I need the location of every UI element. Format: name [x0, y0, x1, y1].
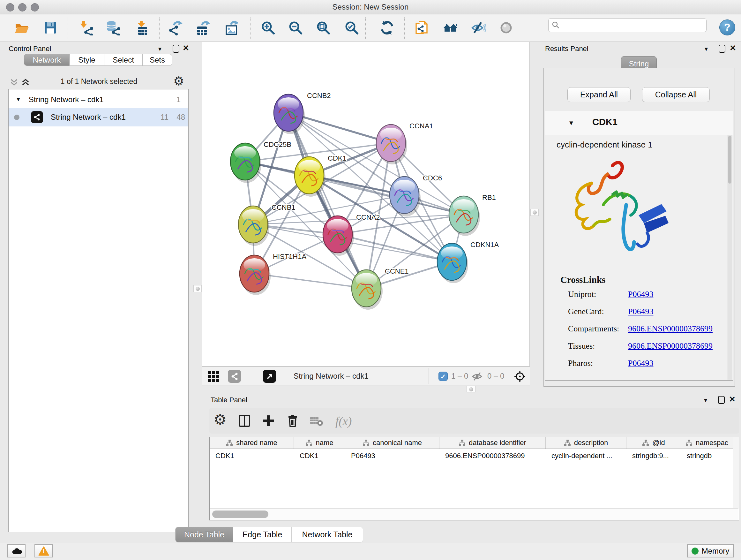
network-collection-row[interactable]: ▼ String Network – cdk1 1	[9, 91, 188, 108]
fit-content-crosshair-icon[interactable]	[514, 370, 526, 384]
sitemap-icon	[362, 439, 369, 446]
results-panel-title: Results Panel	[545, 45, 589, 53]
crosslink-link[interactable]: 9606.ENSP00000378699	[628, 324, 713, 334]
search-input[interactable]	[562, 19, 704, 31]
results-scrollbar-thumb[interactable]	[728, 136, 731, 184]
window-title: Session: New Session	[0, 0, 741, 14]
show-all-icon[interactable]	[498, 20, 514, 36]
expand-all-button[interactable]: Expand All	[567, 87, 630, 102]
birds-eye-grid-icon[interactable]	[208, 371, 219, 382]
help-icon[interactable]: ?	[719, 19, 735, 36]
hidden-items-eye-slash-icon	[471, 371, 483, 383]
table-vertical-scrollbar[interactable]	[733, 437, 739, 508]
control-panel-menu-icon[interactable]: ▾	[158, 45, 161, 53]
export-image-icon[interactable]	[224, 20, 239, 36]
table-scrollbar-thumb[interactable]	[212, 510, 268, 518]
zoom-fit-icon[interactable]	[316, 20, 331, 36]
network-overview-share-icon[interactable]	[228, 370, 241, 383]
results-scrollbar[interactable]	[728, 135, 732, 380]
control-panel-close-icon[interactable]: ✕	[183, 44, 189, 53]
column-header-description[interactable]: description	[546, 437, 626, 449]
collapse-entry-icon[interactable]: ▼	[568, 119, 575, 127]
toolbar-separator	[159, 17, 159, 39]
show-columns-icon[interactable]	[238, 414, 252, 429]
network-canvas[interactable]: CCNB2CCNA1CDC25BCDK1CDC6RB1CCNB1CCNA2CDK…	[202, 42, 530, 367]
crosslink-link[interactable]: P06493	[628, 307, 653, 316]
tab-network[interactable]: Network	[24, 54, 70, 66]
results-panel-close-icon[interactable]: ✕	[730, 44, 736, 53]
tree-expand-icon[interactable]: ▼	[16, 97, 21, 103]
crosslink-link[interactable]: 9606.ENSP00000378699	[628, 341, 713, 351]
crosslink-link[interactable]: P06493	[628, 290, 653, 299]
results-panel-menu-icon[interactable]: ▾	[704, 45, 708, 53]
memory-label: Memory	[702, 547, 730, 556]
table-cell: P06493	[345, 449, 440, 462]
control-panel-float-icon[interactable]	[173, 45, 179, 53]
import-network-database-icon[interactable]	[106, 20, 121, 36]
zoom-out-icon[interactable]	[288, 20, 303, 36]
table-panel-close-icon[interactable]: ✕	[729, 395, 736, 404]
save-session-icon[interactable]	[43, 20, 58, 36]
export-table-icon[interactable]	[196, 20, 211, 36]
column-header-shared-name[interactable]: shared name	[210, 437, 294, 449]
zoom-selected-icon[interactable]	[344, 20, 359, 36]
table-horizontal-scrollbar[interactable]	[210, 508, 738, 520]
selected-checkbox-icon[interactable]: ✓	[439, 372, 448, 381]
tab-node-table[interactable]: Node Table	[176, 527, 233, 542]
results-panel-float-icon[interactable]	[719, 45, 725, 53]
tab-style[interactable]: Style	[70, 54, 105, 66]
hide-selected-icon[interactable]	[471, 20, 486, 36]
column-header--id[interactable]: @id	[626, 437, 681, 449]
column-header-label: namespac	[696, 439, 728, 447]
sitemap-icon	[306, 439, 313, 446]
table-panel-float-icon[interactable]	[718, 396, 725, 404]
network-row-selected[interactable]: String Network – cdk1 11 48	[9, 108, 188, 126]
tab-network-table[interactable]: Network Table	[292, 527, 363, 542]
network-edge[interactable]	[254, 273, 366, 288]
node-details-header[interactable]: ▼ CDK1	[545, 111, 733, 135]
column-header-name[interactable]: name	[294, 437, 345, 449]
create-column-icon[interactable]	[261, 414, 275, 429]
sitemap-icon	[564, 439, 571, 446]
clone-network-icon[interactable]	[414, 20, 429, 36]
warnings-button[interactable]: !	[35, 544, 53, 557]
column-header-namespac[interactable]: namespac	[681, 437, 733, 449]
table-header-row: shared namenamecanonical namedatabase id…	[210, 437, 733, 449]
table-row[interactable]: CDK1CDK1P064939606.ENSP00000378699cyclin…	[210, 449, 733, 462]
delete-column-icon[interactable]	[286, 414, 300, 429]
function-builder-icon[interactable]: f(x)	[335, 415, 352, 428]
tab-edge-table[interactable]: Edge Table	[233, 527, 292, 542]
network-options-gear-icon[interactable]: ⚙	[173, 75, 184, 87]
title-bar: Session: New Session	[0, 0, 741, 14]
tab-select[interactable]: Select	[105, 54, 143, 66]
left-splitter-handle[interactable]	[193, 285, 202, 292]
home-layout-icon[interactable]	[443, 20, 458, 36]
column-header-canonical-name[interactable]: canonical name	[345, 437, 440, 449]
column-header-database-identifier[interactable]: database identifier	[440, 437, 546, 449]
delete-table-icon[interactable]	[310, 416, 324, 428]
table-toolbar: ⚙ f(x)	[209, 408, 739, 434]
crosslinks-title: CrossLinks	[560, 274, 720, 285]
table-settings-gear-icon[interactable]: ⚙	[213, 413, 226, 427]
collapse-all-networks-icon[interactable]	[10, 78, 18, 88]
cloud-status-button[interactable]	[7, 544, 25, 557]
right-splitter-handle[interactable]	[530, 209, 539, 216]
memory-button[interactable]: Memory	[687, 544, 734, 557]
import-network-file-icon[interactable]	[79, 20, 94, 36]
table-panel-menu-icon[interactable]: ▾	[704, 396, 707, 404]
network-status-dot	[14, 115, 19, 120]
crosslink-row: Uniprot:P06493	[560, 290, 720, 307]
network-edge[interactable]	[288, 113, 366, 288]
open-in-new-window-icon[interactable]	[263, 370, 276, 383]
crosslink-link[interactable]: P06493	[628, 359, 653, 368]
import-table-file-icon[interactable]	[135, 20, 150, 36]
zoom-in-icon[interactable]	[260, 20, 276, 36]
bottom-splitter-handle[interactable]	[467, 386, 475, 392]
tab-sets[interactable]: Sets	[143, 54, 172, 66]
refresh-icon[interactable]	[380, 20, 395, 36]
open-session-icon[interactable]	[14, 20, 29, 36]
expand-all-networks-icon[interactable]	[21, 78, 30, 88]
collapse-all-button[interactable]: Collapse All	[642, 87, 710, 102]
collection-label: String Network – cdk1	[29, 95, 104, 104]
export-network-icon[interactable]	[168, 20, 184, 36]
